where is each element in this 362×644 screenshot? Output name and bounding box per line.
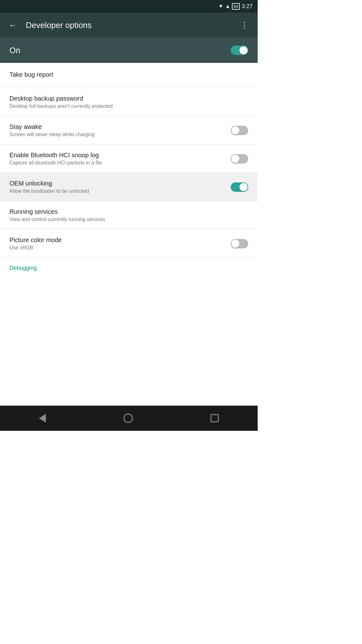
setting-bluetooth-hci[interactable]: Enable Bluetooth HCI snoop log Capture a… <box>0 145 258 173</box>
oem-unlocking-toggle[interactable] <box>231 182 248 192</box>
debugging-section-header: Debugging <box>0 258 258 275</box>
setting-picture-color-mode[interactable]: Picture color mode Use sRGB <box>0 230 258 258</box>
toggle-thumb <box>231 126 239 135</box>
setting-text-bluetooth-hci: Enable Bluetooth HCI snoop log Capture a… <box>9 152 231 166</box>
bluetooth-hci-toggle[interactable] <box>231 154 248 164</box>
home-circle-icon <box>123 414 133 423</box>
debugging-label: Debugging <box>9 265 37 271</box>
setting-subtitle-running-services: View and control currently running servi… <box>9 217 248 222</box>
signal-icon: ▲ <box>225 3 230 9</box>
settings-list: Take bug report Desktop backup password … <box>0 63 258 406</box>
setting-take-bug-report[interactable]: Take bug report <box>0 63 258 88</box>
setting-text-take-bug-report: Take bug report <box>9 71 248 80</box>
toggle-thumb <box>239 46 248 54</box>
picture-color-mode-toggle[interactable] <box>231 239 248 248</box>
developer-options-toggle-section: On <box>0 38 258 63</box>
back-triangle-icon <box>39 414 46 423</box>
setting-subtitle-desktop-backup-password: Desktop full backups aren't currently pr… <box>9 103 248 109</box>
setting-subtitle-stay-awake: Screen will never sleep while charging <box>9 132 231 137</box>
status-icons: ▼ ▲ 84 3:27 <box>218 3 253 10</box>
nav-home-button[interactable] <box>120 410 136 426</box>
setting-title-bluetooth-hci: Enable Bluetooth HCI snoop log <box>9 152 231 159</box>
toggle-thumb <box>231 240 239 248</box>
recents-square-icon <box>211 414 219 422</box>
nav-bar <box>0 406 258 431</box>
setting-title-stay-awake: Stay awake <box>9 123 231 130</box>
setting-text-picture-color-mode: Picture color mode Use sRGB <box>9 236 231 251</box>
setting-title-desktop-backup-password: Desktop backup password <box>9 95 248 102</box>
setting-stay-awake[interactable]: Stay awake Screen will never sleep while… <box>0 116 258 145</box>
developer-options-toggle[interactable] <box>231 46 248 55</box>
setting-title-running-services: Running services <box>9 208 248 215</box>
setting-text-desktop-backup-password: Desktop backup password Desktop full bac… <box>9 95 248 109</box>
wifi-icon: ▼ <box>218 3 223 9</box>
battery-icon: 84 <box>232 3 239 10</box>
setting-title-take-bug-report: Take bug report <box>9 71 248 78</box>
setting-oem-unlocking[interactable]: OEM unlocking Allow the bootloader to be… <box>0 173 258 201</box>
on-label: On <box>9 46 231 55</box>
setting-text-stay-awake: Stay awake Screen will never sleep while… <box>9 123 231 137</box>
nav-back-button[interactable] <box>36 411 49 426</box>
setting-title-picture-color-mode: Picture color mode <box>9 236 231 244</box>
status-time: 3:27 <box>242 3 253 10</box>
setting-text-running-services: Running services View and control curren… <box>9 208 248 222</box>
toggle-thumb <box>231 155 239 163</box>
setting-title-oem-unlocking: OEM unlocking <box>9 180 231 187</box>
page-title: Developer options <box>26 20 232 30</box>
more-options-button[interactable]: ⋮ <box>238 18 251 33</box>
back-button[interactable]: ← <box>6 18 19 33</box>
setting-subtitle-oem-unlocking: Allow the bootloader to be unlocked <box>9 188 231 194</box>
status-bar: ▼ ▲ 84 3:27 <box>0 0 258 13</box>
setting-text-oem-unlocking: OEM unlocking Allow the bootloader to be… <box>9 180 231 194</box>
setting-subtitle-picture-color-mode: Use sRGB <box>9 245 231 251</box>
toolbar: ← Developer options ⋮ <box>0 13 258 38</box>
nav-recents-button[interactable] <box>207 411 222 425</box>
setting-desktop-backup-password[interactable]: Desktop backup password Desktop full bac… <box>0 88 258 116</box>
toggle-thumb <box>239 183 248 191</box>
setting-running-services[interactable]: Running services View and control curren… <box>0 201 258 230</box>
stay-awake-toggle[interactable] <box>231 126 248 135</box>
setting-subtitle-bluetooth-hci: Capture all bluetooth HCI packets in a f… <box>9 160 231 166</box>
